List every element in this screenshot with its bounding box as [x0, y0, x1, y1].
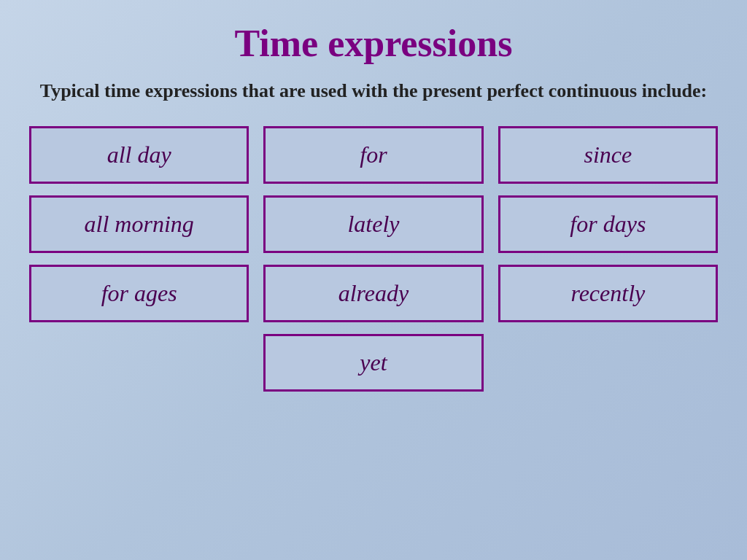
- card-recently: recently: [498, 265, 718, 322]
- label-for-ages: for ages: [101, 280, 177, 307]
- card-lately: lately: [263, 195, 483, 253]
- card-all-morning: all morning: [29, 195, 249, 253]
- card-for: for: [263, 126, 483, 184]
- card-already: already: [263, 265, 483, 322]
- card-for-days: for days: [498, 195, 718, 253]
- label-for: for: [360, 141, 387, 168]
- label-yet: yet: [360, 349, 387, 376]
- empty-cell-right: [498, 334, 718, 392]
- card-all-day: all day: [29, 126, 249, 184]
- label-already: already: [338, 280, 409, 307]
- page: Time expressions Typical time expression…: [0, 0, 747, 560]
- card-since: since: [498, 126, 718, 184]
- expressions-grid: all day for since all morning lately for…: [29, 126, 718, 392]
- label-since: since: [584, 141, 632, 168]
- empty-cell-left: [29, 334, 249, 392]
- page-title: Time expressions: [235, 22, 513, 65]
- label-recently: recently: [570, 280, 645, 307]
- label-all-morning: all morning: [85, 211, 194, 238]
- subtitle: Typical time expressions that are used w…: [40, 78, 708, 104]
- label-lately: lately: [347, 211, 399, 238]
- card-yet: yet: [263, 334, 483, 392]
- card-for-ages: for ages: [29, 265, 249, 322]
- label-all-day: all day: [107, 141, 171, 168]
- label-for-days: for days: [570, 211, 646, 238]
